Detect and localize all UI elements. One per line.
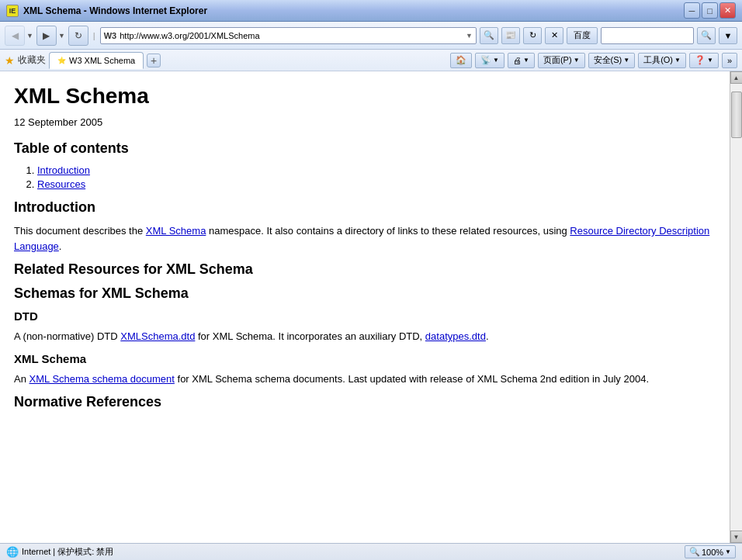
xml-schema-doc-link[interactable]: XML Schema schema document: [29, 373, 175, 385]
scrollbar: ▲ ▼: [730, 71, 742, 543]
back-button[interactable]: ◀: [5, 26, 25, 46]
intro-text-after: .: [59, 240, 62, 252]
search-input[interactable]: [601, 27, 694, 44]
toc-link-resources[interactable]: Resources: [37, 178, 85, 190]
refresh-button[interactable]: ↻: [68, 26, 88, 46]
stop-button[interactable]: ✕: [545, 27, 563, 44]
zoom-button[interactable]: 🔍 100% ▼: [685, 545, 736, 558]
zoom-dropdown: ▼: [725, 548, 731, 555]
print-button[interactable]: 🖨 ▼: [508, 53, 535, 68]
address-bar: W3 ▼: [100, 27, 477, 44]
page-menu[interactable]: 页面(P) ▼: [538, 53, 585, 68]
normative-heading: Normative References: [14, 394, 716, 410]
address-input[interactable]: [120, 31, 466, 40]
baidu-search-btn[interactable]: 百度: [567, 27, 598, 44]
intro-text-mid: namespace. It also contains a directory …: [206, 225, 570, 237]
help-menu[interactable]: ❓ ▼: [689, 53, 719, 68]
toc-item-1: Introduction: [37, 164, 716, 176]
feeds-button[interactable]: 📰: [501, 27, 520, 44]
schemas-heading: Schemas for XML Schema: [14, 285, 716, 302]
scroll-track[interactable]: [730, 84, 743, 531]
intro-text-before: This document describes the: [14, 225, 146, 237]
toc-link-introduction[interactable]: Introduction: [37, 164, 90, 176]
refresh-icon-btn[interactable]: ↻: [523, 27, 542, 44]
scroll-thumb[interactable]: [731, 92, 742, 138]
favorites-label[interactable]: 收藏夹: [18, 54, 46, 67]
window-icon: IE: [6, 5, 19, 17]
window-title: XML Schema - Windows Internet Explorer: [23, 5, 679, 16]
dtd-heading: DTD: [14, 309, 716, 323]
toc-heading: Table of contents: [14, 140, 716, 157]
search-dropdown[interactable]: ▼: [719, 27, 737, 44]
tab-label: W3 XML Schema: [69, 56, 135, 65]
search-icon-btn[interactable]: 🔍: [480, 27, 498, 44]
xml-schema-text-after: for XML Schema schema documents. Last up…: [175, 373, 649, 385]
tab-icon: ⭐: [57, 57, 66, 64]
favorites-tab-bar: ★ 收藏夹 ⭐ W3 XML Schema + 🏠 📡 ▼ 🖨 ▼ 页面(P) …: [0, 50, 742, 71]
restore-button[interactable]: □: [702, 2, 718, 19]
minimize-button[interactable]: ─: [684, 2, 700, 19]
main-content: XML Schema 12 September 2005 Table of co…: [0, 71, 730, 543]
safety-menu[interactable]: 安全(S) ▼: [588, 53, 636, 68]
page-title: XML Schema: [14, 84, 716, 109]
nav-bar: ◀ ▼ ▶ ▼ ↻ | W3 ▼ 🔍 📰 ↻ ✕ 百度 🔍 ▼: [0, 22, 742, 50]
xml-schema-link-1[interactable]: XML Schema: [146, 225, 206, 237]
introduction-paragraph: This document describes the XML Schema n…: [14, 223, 716, 254]
search-go-button[interactable]: 🔍: [697, 27, 716, 44]
address-dropdown[interactable]: ▼: [466, 32, 473, 40]
dtd-text-before: A (non-normative) DTD: [14, 330, 120, 342]
dtd-paragraph: A (non-normative) DTD XMLSchema.dtd for …: [14, 329, 716, 344]
related-resources-heading: Related Resources for XML Schema: [14, 261, 716, 278]
scroll-up-button[interactable]: ▲: [730, 71, 743, 84]
home-button[interactable]: 🏠: [450, 53, 472, 68]
title-bar: IE XML Schema - Windows Internet Explore…: [0, 0, 742, 22]
status-right: 🔍 100% ▼: [685, 545, 736, 558]
status-text: Internet | 保护模式: 禁用: [22, 546, 113, 558]
zoom-level: 100%: [702, 548, 723, 557]
zoom-icon: 🔍: [689, 547, 700, 557]
toc-item-2: Resources: [37, 178, 716, 190]
xml-schema-paragraph: An XML Schema schema document for XML Sc…: [14, 372, 716, 387]
introduction-heading: Introduction: [14, 199, 716, 216]
dtd-text-after: .: [486, 330, 489, 342]
xml-schema-heading: XML Schema: [14, 352, 716, 365]
forward-dropdown[interactable]: ▼: [58, 32, 65, 40]
xml-schema-text-before: An: [14, 373, 29, 385]
rss-button[interactable]: 📡 ▼: [475, 53, 504, 68]
status-bar: 🌐 Internet | 保护模式: 禁用 🔍 100% ▼: [0, 543, 742, 560]
address-label: W3: [104, 31, 117, 40]
xmlschema-dtd-link[interactable]: XMLSchema.dtd: [120, 330, 195, 342]
active-tab[interactable]: ⭐ W3 XML Schema: [49, 52, 144, 69]
new-tab-button[interactable]: +: [147, 54, 161, 67]
back-dropdown[interactable]: ▼: [26, 32, 33, 40]
close-button[interactable]: ✕: [719, 2, 736, 19]
window-controls: ─ □ ✕: [684, 2, 736, 19]
status-internet: 🌐 Internet | 保护模式: 禁用: [6, 546, 113, 558]
scroll-down-button[interactable]: ▼: [730, 531, 743, 543]
more-button[interactable]: »: [722, 53, 737, 68]
toolbar-right: 🏠 📡 ▼ 🖨 ▼ 页面(P) ▼ 安全(S) ▼ 工具(O) ▼ ❓ ▼ »: [450, 53, 737, 68]
tools-menu[interactable]: 工具(O) ▼: [638, 53, 686, 68]
content-wrapper: XML Schema 12 September 2005 Table of co…: [0, 71, 742, 543]
favorites-star-icon: ★: [5, 54, 15, 67]
internet-icon: 🌐: [6, 546, 19, 558]
page-date: 12 September 2005: [14, 116, 716, 128]
datatypes-dtd-link[interactable]: datatypes.dtd: [425, 330, 486, 342]
toc-list: Introduction Resources: [37, 164, 716, 190]
dtd-text-mid: for XML Schema. It incorporates an auxil…: [195, 330, 425, 342]
forward-button[interactable]: ▶: [36, 26, 57, 46]
